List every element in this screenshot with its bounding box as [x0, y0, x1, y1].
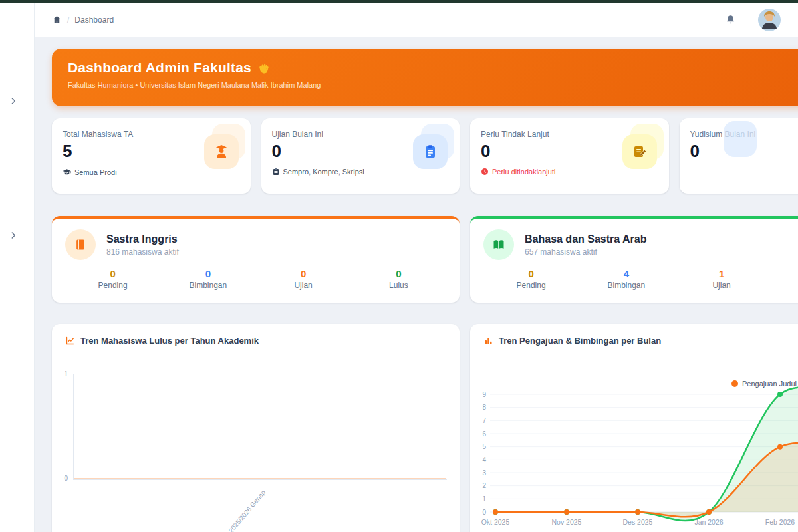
stat-card-perlu-tindak-lanjut: Perlu Tindak Lanjut 0 Perlu ditindaklanj… — [470, 118, 669, 194]
series-zero-line — [74, 478, 446, 479]
sidebar-expand-group-2[interactable] — [5, 227, 21, 243]
user-graduate-icon — [213, 144, 229, 160]
chart-title: Tren Pengajuan & Bimbingan per Bulan — [483, 336, 661, 346]
stat-icon — [203, 132, 240, 169]
banner-subtitle: Fakultas Humaniora • Universitas Islam N… — [68, 81, 798, 89]
chart-card-lulus-per-tahun: Tren Mahasiswa Lulus per Tahun Akademik … — [52, 324, 460, 532]
program-card-sastra-inggris: Sastra Inggris 816 mahasiswa aktif 0Pend… — [52, 216, 460, 303]
svg-text:Des 2025: Des 2025 — [623, 518, 653, 526]
stat-card-ujian-bulan-ini: Ujian Bulan Ini 0 Sempro, Kompre, Skrips… — [261, 118, 460, 194]
svg-text:6: 6 — [482, 430, 486, 438]
svg-text:7: 7 — [482, 417, 486, 424]
svg-text:Nov 2025: Nov 2025 — [552, 518, 582, 526]
book-icon — [74, 238, 87, 251]
program-stat-ujian: 0Ujian — [256, 268, 351, 290]
program-active-count: 657 mahasiswa aktif — [525, 247, 646, 257]
notifications-button[interactable] — [725, 14, 736, 25]
sidebar-expand-group-1[interactable] — [5, 93, 21, 109]
program-stat-ujian: 1Ujian — [674, 268, 769, 290]
svg-text:4: 4 — [482, 456, 486, 464]
program-stats: 0Pending 0Bimbingan 0Ujian 0Lulus — [65, 268, 446, 290]
waving-hand-icon — [257, 61, 271, 74]
chart-card-pengajuan-bimbingan: Tren Pengajuan & Bimbingan per Bulan Pen… — [470, 324, 798, 532]
chevron-right-icon — [9, 96, 18, 106]
topbar-divider — [747, 12, 747, 28]
top-accent-bar — [0, 0, 798, 3]
open-book-icon — [492, 238, 505, 251]
clipboard-icon — [422, 144, 438, 160]
breadcrumb-current[interactable]: Dashboard — [74, 15, 114, 25]
svg-text:Okt 2025: Okt 2025 — [481, 518, 510, 526]
main-content: Dashboard Admin Fakultas Fakultas Humani… — [52, 49, 798, 532]
trend-line-chart: 0123456789Okt 2025Nov 2025Des 2025Jan 20… — [470, 360, 798, 532]
program-stat-lulus: 0Lulus — [769, 268, 798, 290]
graduation-cap-icon — [63, 168, 71, 176]
breadcrumb-separator: / — [67, 15, 69, 25]
svg-text:1: 1 — [482, 495, 486, 503]
program-name: Sastra Inggris — [106, 233, 179, 245]
breadcrumb: / Dashboard — [52, 15, 114, 25]
program-stat-pending: 0Pending — [483, 268, 579, 290]
avatar[interactable] — [758, 9, 781, 31]
program-stat-bimbingan: 4Bimbingan — [579, 268, 674, 290]
welcome-banner: Dashboard Admin Fakultas Fakultas Humani… — [52, 49, 798, 106]
svg-text:5: 5 — [482, 443, 486, 450]
avatar-photo-icon — [758, 9, 781, 31]
page-title-text: Dashboard Admin Fakultas — [68, 60, 251, 76]
svg-text:2: 2 — [482, 482, 486, 489]
program-name: Bahasa dan Sastra Arab — [525, 233, 646, 245]
svg-text:0: 0 — [482, 509, 486, 516]
stat-icon — [621, 132, 658, 169]
charts-row: Tren Mahasiswa Lulus per Tahun Akademik … — [52, 324, 798, 532]
program-active-count: 816 mahasiswa aktif — [106, 247, 179, 257]
topbar: / Dashboard — [35, 3, 798, 37]
svg-text:Feb 2026: Feb 2026 — [765, 518, 795, 526]
note-edit-icon — [632, 144, 648, 160]
bar-chart-icon — [483, 336, 493, 346]
program-avatar — [483, 229, 514, 260]
bell-icon — [725, 14, 736, 25]
y-axis-tick: 0 — [59, 475, 68, 482]
y-axis-line — [73, 374, 74, 479]
stat-icon — [412, 132, 449, 169]
sidebar-header — [0, 3, 34, 45]
line-chart-icon — [65, 336, 75, 346]
stat-cards-row: Total Mahasiswa TA 5 Semua Prodi Ujian B… — [52, 118, 798, 194]
program-stat-lulus: 0Lulus — [351, 268, 446, 290]
clipboard-icon — [272, 168, 280, 176]
chevron-right-icon — [9, 231, 18, 240]
program-stats: 0Pending 4Bimbingan 1Ujian 0Lulus — [483, 268, 798, 290]
svg-text:8: 8 — [482, 404, 486, 411]
program-stat-pending: 0Pending — [65, 268, 160, 290]
program-cards-row: Sastra Inggris 816 mahasiswa aktif 0Pend… — [52, 216, 798, 303]
svg-text:3: 3 — [482, 469, 486, 477]
program-avatar — [65, 229, 96, 260]
home-icon[interactable] — [52, 15, 62, 25]
program-card-bahasa-sastra-arab: Bahasa dan Sastra Arab 657 mahasiswa akt… — [470, 216, 798, 303]
x-axis-label: 2025/2026 Genap — [198, 489, 267, 532]
y-axis-tick: 1 — [59, 370, 68, 378]
page-title: Dashboard Admin Fakultas — [68, 60, 798, 76]
svg-text:Jan 2026: Jan 2026 — [694, 518, 723, 526]
svg-text:9: 9 — [482, 391, 486, 398]
alert-clock-icon — [481, 168, 489, 176]
stat-card-yudisium-bulan-ini: Yudisium Bulan Ini 0 — [680, 118, 798, 194]
program-stat-bimbingan: 0Bimbingan — [160, 268, 255, 290]
chart-title: Tren Mahasiswa Lulus per Tahun Akademik — [65, 336, 259, 346]
sidebar — [0, 3, 35, 532]
x-axis-line — [73, 479, 447, 480]
stat-card-total-mahasiswa: Total Mahasiswa TA 5 Semua Prodi — [52, 118, 251, 194]
